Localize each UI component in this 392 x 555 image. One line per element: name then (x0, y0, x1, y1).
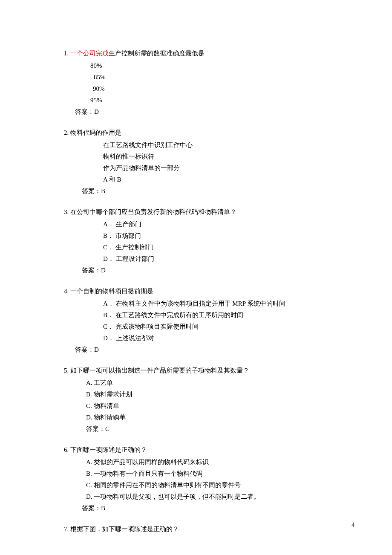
question-1-text: 1. 一个公司完成生产控制所需的数据准确度最低是 (64, 48, 328, 59)
answer-line: 答案：D (64, 344, 328, 356)
question-stem: 在公司中哪个部门应当负责发行新的物料代码和物料清单？ (70, 208, 236, 215)
answer-line: 答案：C (86, 423, 328, 435)
answer-value: C (105, 425, 110, 432)
question-stem: 根据下图，如下哪一项陈述是正确的？ (70, 526, 179, 532)
option-d: D. 一项物料可以是父项，也可以是子项，但不能同时是二者。 (86, 491, 328, 503)
answer-value: D (94, 108, 99, 115)
answer-value: B (101, 505, 105, 512)
option-c: 90% (64, 83, 328, 95)
question-5: 5. 如下哪一项可以指出制造一件产品所需要的子项物料及其数量？ A. 工艺单 B… (64, 365, 328, 435)
question-number: 6. (64, 446, 70, 453)
question-2-text: 2. 物料代码的作用是 (64, 127, 328, 139)
option-c: C. 相同的零件用在不同的物料清单中则有不同的零件号 (86, 480, 328, 491)
options-list: 在工艺路线文件中识别工作中心 物料的惟一标识符 作为产品物料清单的一部分 A 和… (64, 139, 328, 185)
question-number: 2. (64, 129, 70, 136)
question-4-text: 4. 一个自制的物料项目提前期是 (64, 286, 328, 297)
question-5-text: 5. 如下哪一项可以指出制造一件产品所需要的子项物料及其数量？ (64, 365, 328, 376)
answer-line: 答案：B (64, 185, 328, 197)
option-a: 在工艺路线文件中识别工作中心 (103, 139, 328, 151)
option-b: B. 物料需求计划 (86, 389, 328, 400)
option-a: 80% (64, 60, 328, 72)
option-a: A． 生产部门 (103, 219, 328, 230)
options-list: A． 生产部门 B． 市场部门 C． 生产控制部门 D． 工程设计部门 (64, 219, 328, 265)
question-1: 1. 一个公司完成生产控制所需的数据准确度最低是 80% 85% 90% 95%… (64, 48, 328, 118)
question-2: 2. 物料代码的作用是 在工艺路线文件中识别工作中心 物料的惟一标识符 作为产品… (64, 127, 328, 197)
answer-value: B (101, 188, 105, 194)
option-b: 物料的惟一标识符 (103, 151, 328, 162)
options-list: A. 工艺单 B. 物料需求计划 C. 物料清单 D. 物料请购单 答案：C (64, 377, 328, 435)
question-7: 7. 根据下图，如下哪一项陈述是正确的？ (64, 523, 328, 535)
option-d: A 和 B (103, 174, 328, 185)
options-list: A． 在物料主文件中为该物料项目指定并用于 MRP 系统中的时间 B． 在工艺路… (64, 298, 328, 344)
answer-label: 答案： (86, 425, 105, 432)
question-6-text: 6. 下面哪一项陈述是正确的？ (64, 444, 328, 456)
page-number: 4 (352, 520, 355, 530)
option-a: A. 工艺单 (86, 377, 328, 389)
option-b: B. 一项物料有一个而且只有一个物料代码 (86, 468, 328, 480)
question-7-text: 7. 根据下图，如下哪一项陈述是正确的？ (64, 523, 328, 535)
option-b: B． 在工艺路线文件中完成所有的工序所用的时间 (103, 309, 328, 321)
question-stem: 下面哪一项陈述是正确的？ (70, 446, 147, 453)
option-b: 85% (64, 72, 328, 83)
question-stem: 一个自制的物料项目提前期是 (70, 288, 153, 295)
question-3: 3. 在公司中哪个部门应当负责发行新的物料代码和物料清单？ A． 生产部门 B．… (64, 206, 328, 276)
option-b: B． 市场部门 (103, 230, 328, 242)
answer-label: 答案： (82, 505, 101, 512)
answer-line: 答案：B (64, 503, 328, 514)
option-c: C. 物料清单 (86, 400, 328, 412)
answer-label: 答案： (75, 108, 94, 115)
answer-value: D (94, 346, 99, 353)
option-c: 作为产品物料清单的一部分 (103, 162, 328, 174)
question-number: 3. (64, 208, 70, 215)
document-body: 1. 一个公司完成生产控制所需的数据准确度最低是 80% 85% 90% 95%… (0, 0, 392, 535)
question-stem-highlight: 一个公司完成 (70, 50, 109, 57)
option-c: C． 完成该物料项目实际使用时间 (103, 321, 328, 332)
answer-label: 答案： (82, 188, 101, 194)
question-number: 5. (64, 367, 70, 374)
question-3-text: 3. 在公司中哪个部门应当负责发行新的物料代码和物料清单？ (64, 206, 328, 218)
options-list: A. 类似的产品可以用同样的物料代码来标识 B. 一项物料有一个而且只有一个物料… (64, 457, 328, 503)
answer-line: 答案：D (64, 106, 328, 118)
option-d: D． 上述说法都对 (103, 332, 328, 344)
question-stem: 物料代码的作用是 (70, 129, 121, 136)
question-4: 4. 一个自制的物料项目提前期是 A． 在物料主文件中为该物料项目指定并用于 M… (64, 286, 328, 356)
answer-value: D (101, 267, 106, 274)
option-a: A． 在物料主文件中为该物料项目指定并用于 MRP 系统中的时间 (103, 298, 328, 309)
option-d: D． 工程设计部门 (103, 253, 328, 265)
question-stem: 生产控制所需的数据准确度最低是 (109, 50, 205, 57)
option-d: 95% (64, 95, 328, 106)
question-number: 7. (64, 526, 70, 532)
question-6: 6. 下面哪一项陈述是正确的？ A. 类似的产品可以用同样的物料代码来标识 B.… (64, 444, 328, 514)
question-stem: 如下哪一项可以指出制造一件产品所需要的子项物料及其数量？ (70, 367, 249, 374)
option-c: C． 生产控制部门 (103, 242, 328, 253)
question-number: 1. (64, 50, 70, 57)
option-d: D. 物料请购单 (86, 412, 328, 423)
answer-label: 答案： (75, 346, 94, 353)
question-number: 4. (64, 288, 70, 295)
answer-label: 答案： (82, 267, 101, 274)
option-a: A. 类似的产品可以用同样的物料代码来标识 (86, 457, 328, 468)
answer-line: 答案：D (64, 265, 328, 276)
